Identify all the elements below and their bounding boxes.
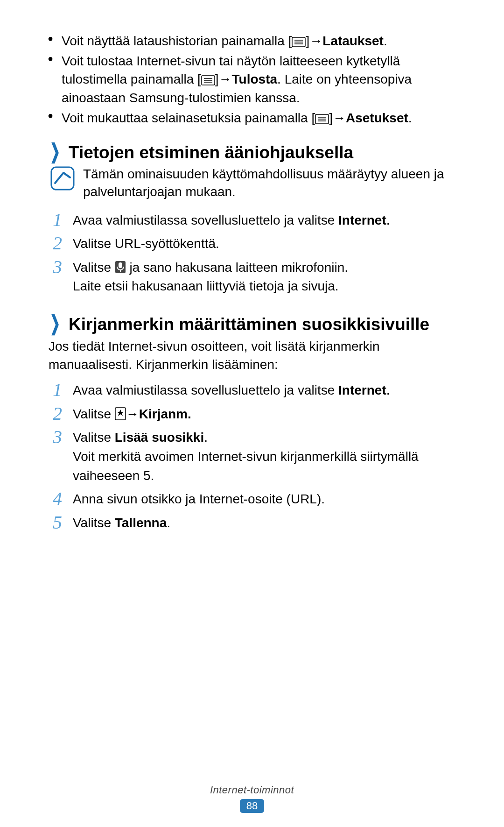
step-number: 2 [47,400,68,427]
bold-text: Asetukset [346,111,408,125]
text: Valitse [73,430,115,445]
step-item: 5 Valitse Tallenna. [47,514,457,533]
text: Anna sivun otsikko ja Internet-osoite (U… [73,492,325,506]
text: . [384,34,387,48]
bold-text: Internet [338,213,386,227]
step-item: 1 Avaa valmiustilassa sovellusluettelo j… [47,381,457,400]
arrow-icon: → [219,70,232,88]
microphone-icon [115,261,126,274]
step-number: 1 [47,376,68,403]
arrow-icon: → [309,32,322,50]
step-item: 3 Valitse ja sano hakusana laitteen mikr… [47,258,457,296]
menu-icon [201,75,215,85]
section-heading: ❯ Kirjanmerkin määrittäminen suosikkisiv… [47,313,457,334]
arrow-icon: → [126,405,139,424]
bold-text: Kirjanm. [139,407,191,421]
page-number-badge: 88 [240,799,264,813]
text: Laite etsii hakusanaan liittyviä tietoja… [73,279,339,293]
section-heading: ❯ Tietojen etsiminen ääniohjauksella [47,141,457,163]
bold-text: Tulosta [232,72,277,86]
bold-text: Lataukset [322,34,384,48]
document-page: Voit näyttää lataushistorian painamalla … [0,0,504,827]
menu-icon [292,37,306,47]
bullet-list: Voit näyttää lataushistorian painamalla … [47,32,457,127]
note-block: Tämän ominaisuuden käyttömahdollisuus mä… [47,165,457,201]
bold-text: Internet [338,383,386,397]
step-number: 4 [47,485,68,512]
text: ] [306,34,309,48]
text: . [167,516,170,530]
menu-icon [315,114,329,124]
arrow-icon: → [333,109,346,127]
text: Avaa valmiustilassa sovellusluettelo ja … [73,383,338,397]
bullet-item: Voit tulostaa Internet-sivun tai näytön … [47,52,457,107]
bold-text: Tallenna [115,516,167,530]
step-number: 1 [47,206,68,233]
text: Voit merkitä avoimen Internet-sivun kirj… [73,449,419,483]
bullet-item: Voit mukauttaa selainasetuksia painamall… [47,109,457,127]
chevron-right-icon: ❯ [50,313,60,333]
text: . [204,430,208,445]
text: Valitse [73,260,115,275]
text: . [386,213,390,227]
text: Voit näyttää lataushistorian painamalla … [62,34,292,48]
page-footer: Internet-toiminnot 88 [0,784,504,813]
chevron-right-icon: ❯ [50,141,60,162]
text: Valitse URL-syöttökenttä. [73,236,219,251]
text: ] [215,72,219,86]
text: Valitse [73,516,115,530]
text: Valitse [73,407,115,421]
step-item: 3 Valitse Lisää suosikki. Voit merkitä a… [47,428,457,485]
text: Voit mukauttaa selainasetuksia painamall… [62,111,315,125]
paragraph: Jos tiedät Internet-sivun osoitteen, voi… [47,337,457,374]
note-text: Tämän ominaisuuden käyttömahdollisuus mä… [83,165,457,201]
step-item: 4 Anna sivun otsikko ja Internet-osoite … [47,490,457,509]
heading-text: Kirjanmerkin määrittäminen suosikkisivui… [69,315,429,334]
bold-text: Lisää suosikki [115,430,204,445]
step-list: 1 Avaa valmiustilassa sovellusluettelo j… [47,211,457,296]
svg-marker-17 [117,410,124,416]
step-list: 1 Avaa valmiustilassa sovellusluettelo j… [47,381,457,532]
svg-rect-12 [51,167,74,190]
text: ja sano hakusana laitteen mikrofoniin. [126,260,348,275]
footer-section-label: Internet-toiminnot [0,784,504,796]
step-number: 2 [47,230,68,257]
step-item: 2 Valitse URL-syöttökenttä. [47,234,457,254]
bookmark-star-icon [115,407,126,420]
step-item: 2 Valitse → Kirjanm. [47,405,457,424]
step-number: 5 [47,509,68,536]
heading-text: Tietojen etsiminen ääniohjauksella [69,143,353,163]
step-number: 3 [47,254,68,281]
svg-rect-14 [119,262,122,268]
text: . [386,383,390,397]
step-number: 3 [47,424,68,451]
step-item: 1 Avaa valmiustilassa sovellusluettelo j… [47,211,457,230]
note-icon [50,166,75,191]
text: Avaa valmiustilassa sovellusluettelo ja … [73,213,338,227]
text: ] [329,111,333,125]
bullet-item: Voit näyttää lataushistorian painamalla … [47,32,457,50]
text: . [408,111,412,125]
